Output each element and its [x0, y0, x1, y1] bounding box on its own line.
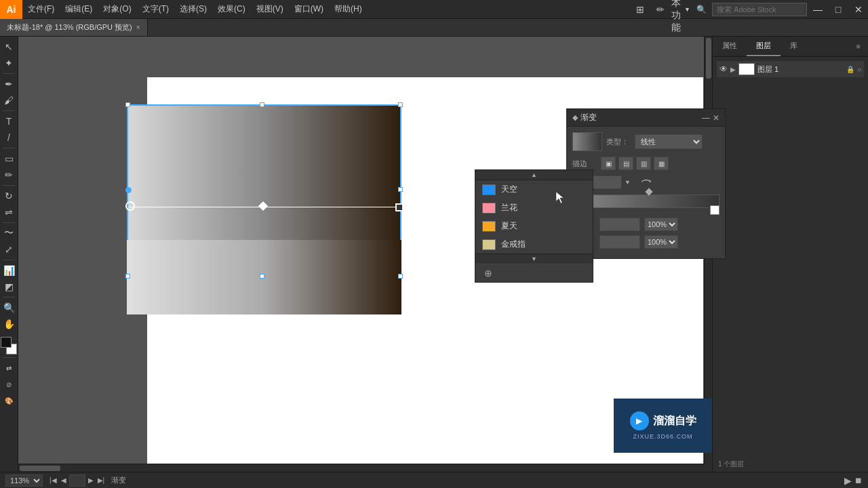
brush-tool[interactable]: 🖌: [1, 93, 16, 108]
zoom-tool[interactable]: 🔍: [1, 300, 16, 315]
gradient-tool-circle[interactable]: [125, 201, 135, 211]
hand-tool[interactable]: ✋: [1, 317, 16, 331]
layer-circle-icon[interactable]: ○: [857, 66, 861, 73]
vscroll-thumb[interactable]: [706, 38, 711, 79]
color-mode-icon[interactable]: 🎨: [1, 393, 16, 408]
gradient-reverse-icon[interactable]: [640, 177, 652, 188]
first-page-btn[interactable]: |◀: [48, 476, 58, 484]
menu-file[interactable]: 文件(F): [22, 0, 60, 19]
selection-handle-bm[interactable]: [260, 274, 264, 279]
minimize-btn[interactable]: —: [808, 0, 827, 19]
menu-edit[interactable]: 编辑(E): [60, 0, 98, 19]
mirror-tool[interactable]: ⇌: [1, 205, 16, 220]
layer-lock-icon[interactable]: 🔒: [846, 66, 854, 73]
gradient-end-handle[interactable]: [395, 203, 403, 211]
next-page-btn[interactable]: ▶: [87, 476, 95, 484]
stroke-fill-icon[interactable]: ▣: [601, 157, 616, 170]
layer-visibility-icon[interactable]: 👁: [719, 64, 728, 74]
close-btn[interactable]: ✕: [849, 0, 868, 19]
layer-arrow-icon[interactable]: ▶: [730, 66, 736, 73]
page-input[interactable]: 1: [69, 474, 85, 487]
foreground-color[interactable]: [1, 337, 12, 348]
selection-handle-br[interactable]: [398, 274, 403, 279]
gradient-panel-minimize-icon[interactable]: —: [702, 113, 710, 123]
search-input[interactable]: [712, 3, 807, 16]
dropdown-item-0[interactable]: 天空: [475, 180, 593, 199]
gradient-dropdown-list: ▲ 天空 兰花 夏天 金戒指 ▼ ⊕: [475, 169, 593, 283]
brightness-input[interactable]: 100%: [599, 218, 640, 231]
gradient-bar[interactable]: [572, 195, 719, 208]
type-tool[interactable]: T: [1, 114, 16, 129]
dropdown-item-1[interactable]: 兰花: [475, 199, 593, 217]
tab-layers[interactable]: 图层: [747, 37, 781, 56]
selection-handle-tm[interactable]: [260, 102, 264, 107]
status-bar: 113% 100% 75% 50% |◀ ◀ 1 ▶ ▶| 渐变 ▶ ⏹: [0, 472, 868, 488]
dropdown-item-3[interactable]: 金戒指: [475, 235, 593, 253]
scale-tool[interactable]: ⤢: [1, 242, 16, 257]
brightness-select[interactable]: 100%: [644, 218, 678, 231]
layer-row-1: 👁 ▶ 图层 1 🔒 ○: [717, 61, 864, 77]
add-gradient-btn[interactable]: ⊕: [481, 267, 496, 279]
pencil-tool[interactable]: ✏: [1, 167, 16, 182]
prev-page-btn[interactable]: ◀: [60, 476, 68, 484]
gradient-type-select[interactable]: 线性 径向: [635, 134, 703, 149]
dropdown-scroll-area[interactable]: 天空 兰花 夏天 金戒指: [475, 180, 593, 253]
zoom-select[interactable]: 113% 100% 75% 50%: [5, 474, 43, 487]
horizontal-scrollbar[interactable]: [18, 464, 704, 472]
none-color-icon[interactable]: ⊘: [1, 377, 16, 392]
panel-menu-btn[interactable]: ≡: [849, 37, 868, 56]
warp-tool[interactable]: 〜: [1, 226, 16, 241]
brush-icon[interactable]: ✏: [651, 0, 670, 19]
gradient-preview-swatch[interactable]: [572, 132, 602, 151]
tool-separator: [3, 73, 15, 74]
menu-object[interactable]: 对象(O): [98, 0, 136, 19]
tab-bar: 未标题-18* @ 113% (RGB/GPU 预览) ×: [0, 19, 868, 37]
maximize-btn[interactable]: □: [829, 0, 848, 19]
stroke-across-icon[interactable]: ▦: [654, 157, 669, 170]
dropdown-scroll-down[interactable]: ▼: [475, 253, 593, 264]
layers-panel: 👁 ▶ 图层 1 🔒 ○: [713, 57, 868, 81]
selection-handle-lm[interactable]: [125, 187, 132, 193]
stroke-outer-icon[interactable]: ▥: [636, 157, 651, 170]
workspace-dropdown[interactable]: 基本功能 ▼: [671, 0, 690, 19]
swap-colors-icon[interactable]: ⇄: [1, 361, 16, 375]
menu-window[interactable]: 窗口(W): [289, 0, 329, 19]
stop-btn[interactable]: ⏹: [854, 476, 863, 485]
selection-handle-bl[interactable]: [125, 274, 130, 279]
selection-handle-tl[interactable]: [125, 102, 130, 107]
dropdown-scroll-up[interactable]: ▲: [475, 170, 593, 180]
play-btn[interactable]: ▶: [844, 475, 852, 486]
menu-text[interactable]: 文字(T): [137, 0, 174, 19]
hscroll-thumb[interactable]: [20, 466, 60, 471]
pen-tool[interactable]: ✒: [1, 77, 16, 92]
selection-handle-rm[interactable]: [398, 187, 403, 192]
tab-document[interactable]: 未标题-18* @ 113% (RGB/GPU 预览) ×: [0, 19, 148, 36]
line-tool[interactable]: /: [1, 130, 16, 145]
rect-tool[interactable]: ▭: [1, 151, 16, 166]
menu-view[interactable]: 视图(V): [251, 0, 289, 19]
gradient-tool[interactable]: ◩: [1, 279, 16, 294]
tab-close-btn[interactable]: ×: [136, 24, 140, 31]
direct-select-tool[interactable]: ✦: [1, 56, 16, 70]
layer-name[interactable]: 图层 1: [757, 64, 844, 75]
gradient-stop-right[interactable]: [710, 205, 719, 215]
selection-handle-tr[interactable]: [398, 102, 403, 107]
gradient-panel-close-icon[interactable]: ✕: [713, 113, 719, 123]
menu-effect[interactable]: 效果(C): [212, 0, 251, 19]
last-page-btn[interactable]: ▶|: [96, 476, 106, 484]
stroke-inner-icon[interactable]: ▤: [618, 157, 633, 170]
search-icon[interactable]: 🔍: [692, 0, 711, 19]
tab-properties[interactable]: 属性: [713, 37, 747, 56]
layout-icon[interactable]: ⊞: [631, 0, 650, 19]
dropdown-item-2[interactable]: 夏天: [475, 217, 593, 235]
tab-library[interactable]: 库: [781, 37, 807, 56]
menu-help[interactable]: 帮助(H): [329, 0, 368, 19]
rotate-tool[interactable]: ↻: [1, 188, 16, 203]
gradient-angle-dropdown[interactable]: ▼: [625, 179, 631, 186]
graph-tool[interactable]: 📊: [1, 263, 16, 278]
status-text: 渐变: [111, 475, 126, 485]
select-tool[interactable]: ↖: [1, 39, 16, 54]
position-input[interactable]: 100%: [599, 235, 640, 249]
position-select[interactable]: 100%: [644, 235, 678, 249]
menu-select[interactable]: 选择(S): [174, 0, 212, 19]
